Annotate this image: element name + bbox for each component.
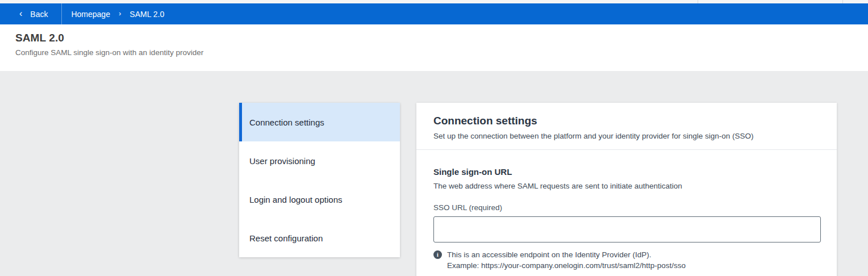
breadcrumb: Homepage › SAML 2.0	[62, 3, 164, 24]
breadcrumb-item-homepage[interactable]: Homepage	[71, 10, 110, 19]
help-line-1: This is an accessible endpoint on the Id…	[447, 250, 686, 261]
help-line-2: Example: https://your-company.onelogin.c…	[447, 261, 686, 271]
page-header: SAML 2.0 Configure SAML single sign-on w…	[0, 24, 868, 71]
panel-header: Connection settings Set up the connectio…	[416, 103, 837, 150]
page-title: SAML 2.0	[15, 32, 868, 44]
nav-item-connection-settings[interactable]: Connection settings	[239, 103, 400, 141]
panel-title: Connection settings	[433, 115, 821, 127]
app-bar: ‹ Back Homepage › SAML 2.0	[0, 3, 868, 24]
nav-item-label: User provisioning	[249, 156, 315, 166]
nav-item-login-logout-options[interactable]: Login and logout options	[239, 180, 400, 219]
panel-body: Single sign-on URL The web address where…	[416, 150, 837, 271]
sso-url-help: i This is an accessible endpoint on the …	[433, 250, 821, 271]
nav-item-reset-configuration[interactable]: Reset configuration	[239, 219, 400, 257]
sso-url-field-label: SSO URL (required)	[433, 203, 821, 212]
sso-url-section-title: Single sign-on URL	[433, 167, 821, 177]
chevron-left-icon: ‹	[19, 9, 22, 18]
nav-item-label: Connection settings	[249, 118, 324, 127]
sso-url-input[interactable]	[433, 216, 821, 242]
content-area: Connection settings User provisioning Lo…	[0, 71, 868, 276]
panel-subtitle: Set up the connection between the platfo…	[433, 132, 821, 140]
nav-item-user-provisioning[interactable]: User provisioning	[239, 141, 400, 180]
saml-settings-screen: ‹ Back Homepage › SAML 2.0 SAML 2.0 Conf…	[0, 0, 868, 276]
info-icon: i	[433, 250, 442, 259]
chevron-right-icon: ›	[119, 9, 121, 18]
nav-item-label: Reset configuration	[249, 233, 323, 243]
back-button-label: Back	[30, 10, 48, 19]
breadcrumb-item-current: SAML 2.0	[130, 10, 164, 19]
back-button[interactable]: ‹ Back	[0, 3, 61, 24]
settings-nav: Connection settings User provisioning Lo…	[239, 103, 400, 257]
nav-item-label: Login and logout options	[249, 195, 342, 204]
sso-url-section-description: The web address where SAML requests are …	[433, 182, 821, 190]
connection-settings-panel: Connection settings Set up the connectio…	[416, 103, 837, 276]
page-subtitle: Configure SAML single sign-on with an id…	[15, 48, 868, 57]
sso-url-help-text: This is an accessible endpoint on the Id…	[447, 250, 686, 271]
